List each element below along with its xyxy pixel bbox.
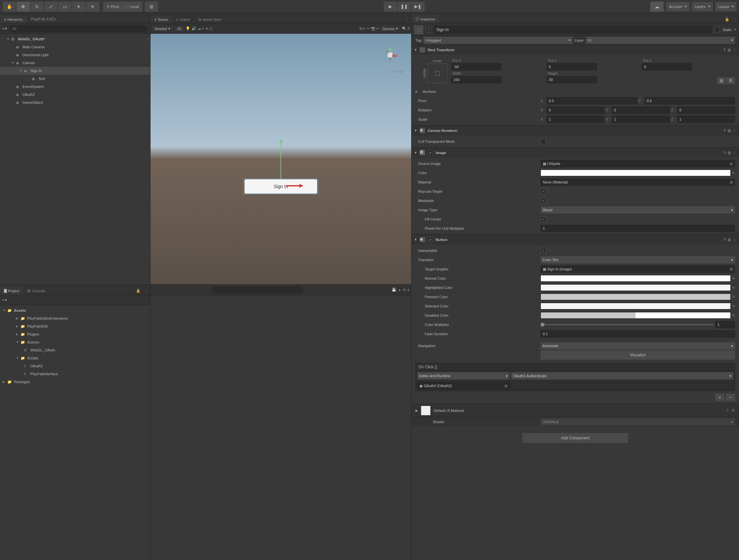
tree-scenes[interactable]: ▼📁Scenes	[0, 338, 150, 346]
pivot-x[interactable]	[547, 97, 637, 105]
blueprint-mode[interactable]: ⊞	[717, 77, 726, 84]
object-picker-icon[interactable]: ⊙	[730, 162, 733, 166]
preset-icon[interactable]: ⊟	[728, 238, 731, 242]
add-event-button[interactable]: +	[715, 394, 724, 401]
pause-button[interactable]: ❚❚	[398, 2, 411, 12]
onclick-target-field[interactable]: ◉ OAuth2 (OAuth2)⊙	[417, 382, 510, 389]
lighting-icon[interactable]: 💡	[185, 26, 190, 31]
save-icon[interactable]: 💾	[392, 288, 396, 292]
rot-x[interactable]	[547, 107, 604, 114]
lock-icon[interactable]: 🔓	[134, 287, 143, 295]
local-toggle[interactable]: ⬚ Local	[122, 2, 142, 12]
menu-icon[interactable]: ⋮	[733, 129, 736, 133]
runtime-dropdown[interactable]: Editor And Runtime▾	[417, 372, 510, 379]
button-enabled-checkbox[interactable]: ✓	[428, 237, 433, 242]
image-type-dropdown[interactable]: Sliced▾	[541, 206, 735, 214]
persp-label[interactable]: ≡ Persp	[391, 69, 403, 73]
move-gizmo-x[interactable]	[286, 185, 303, 186]
tab-game[interactable]: ∞Game	[172, 16, 194, 23]
gizmos-dropdown[interactable]: Gizmos ▾	[380, 26, 401, 31]
height-field[interactable]	[547, 76, 597, 83]
snap-toggle[interactable]: ⊞	[145, 2, 158, 12]
shading-dropdown[interactable]: Shaded ▾	[152, 26, 173, 31]
tree-item-canvas[interactable]: ▼◉Canvas	[0, 59, 150, 67]
rot-y[interactable]	[612, 107, 670, 114]
tab-playfab-edex[interactable]: PlayFab EdEx	[27, 15, 60, 23]
tree-pfext[interactable]: ▶📁PlayFabEditorExtensions	[0, 314, 150, 322]
create-dropdown[interactable]: + ▾	[2, 298, 7, 302]
layout-dropdown[interactable]: Layout▾	[716, 2, 736, 11]
hierarchy-search[interactable]	[9, 25, 148, 32]
picker-icon[interactable]: ✎	[732, 295, 735, 299]
visualize-button[interactable]: Visualize	[541, 350, 735, 360]
interactable-checkbox[interactable]: ✓	[541, 248, 546, 253]
scene-viewport[interactable]: Sign In x ≡ Persp	[151, 34, 411, 284]
tree-item-text[interactable]: ◉Text	[0, 75, 150, 82]
pivot-toggle[interactable]: ⊙ Pivot	[103, 2, 122, 12]
tree-pfsdk[interactable]: ▶📁PlayFabSDK	[0, 322, 150, 330]
help-icon[interactable]: ?	[723, 48, 726, 52]
layers-dropdown[interactable]: Layers▾	[692, 2, 713, 11]
preset-icon[interactable]: ⊟	[728, 151, 731, 155]
picker-icon[interactable]: ✎	[732, 304, 735, 309]
object-picker-icon[interactable]: ⊙	[730, 267, 733, 271]
panel-menu-icon[interactable]: ⋮	[404, 15, 411, 23]
gear-icon[interactable]: ⚙	[732, 408, 735, 412]
tag-dropdown[interactable]: Untagged▾	[423, 37, 573, 44]
help-icon[interactable]: ?	[726, 409, 728, 412]
color-mult-field[interactable]	[715, 321, 735, 328]
tree-assets[interactable]: ▼📁Assets	[0, 307, 150, 314]
foldout-arrow[interactable]: ▼	[414, 238, 417, 241]
tree-scripts[interactable]: ▼📁Scripts	[0, 354, 150, 362]
foldout-arrow[interactable]: ▼	[414, 48, 417, 51]
foldout-arrow[interactable]: ▼	[414, 129, 417, 132]
tree-item-eventsystem[interactable]: ◉EventSystem	[0, 82, 150, 90]
grid-icon[interactable]: ⊞ ▾	[359, 26, 365, 31]
target-graphic-field[interactable]: ▦ Sign In (Image)⊙	[541, 265, 735, 273]
search-icon[interactable]: 🔍 A	[402, 26, 410, 31]
source-image-field[interactable]: ▦ UISprite⊙	[541, 160, 735, 167]
picker-icon[interactable]: ✎	[732, 171, 735, 175]
tree-item-gameobject[interactable]: ◉GameObject	[0, 99, 150, 107]
step-button[interactable]: ▶❚	[412, 2, 425, 12]
scale-z[interactable]	[677, 116, 735, 123]
tree-plugins[interactable]: ▶📁Plugins	[0, 330, 150, 338]
tree-item-oauth2[interactable]: ◉OAuth2	[0, 90, 150, 99]
hand-tool[interactable]: ✋	[3, 2, 16, 12]
custom-tool[interactable]: ✕	[86, 2, 99, 12]
tree-oauth2-script[interactable]: #OAuth2	[0, 362, 150, 370]
tree-pfinterface-script[interactable]: #PlayFabInterface	[0, 370, 150, 378]
rotate-tool[interactable]: ↻	[30, 2, 44, 12]
disabled-color[interactable]	[541, 312, 731, 319]
menu-icon[interactable]: ⋮	[733, 238, 736, 242]
panel-menu-icon[interactable]: ⋮	[731, 15, 739, 23]
move-gizmo-y[interactable]	[281, 140, 281, 179]
rot-z[interactable]	[677, 107, 735, 114]
active-checkbox[interactable]: ✓	[426, 27, 431, 32]
object-picker-icon[interactable]: ⊙	[504, 384, 507, 388]
menu-icon[interactable]: ⋮	[733, 48, 736, 52]
selected-color[interactable]	[541, 303, 731, 310]
tools-icon[interactable]: ✕	[366, 26, 370, 31]
method-dropdown[interactable]: OAuth2.Authenticate▾	[511, 372, 733, 379]
tab-inspector[interactable]: ⓘInspector	[412, 15, 439, 23]
tree-packages[interactable]: ▶📁Packages	[0, 378, 150, 386]
tree-item-camera[interactable]: ◉Main Camera	[0, 43, 150, 51]
picker-icon[interactable]: ✎	[732, 286, 735, 290]
posy-field[interactable]	[547, 63, 597, 70]
posz-field[interactable]	[642, 63, 692, 70]
fx-icon[interactable]: ☁ ▾	[197, 26, 204, 31]
lock-icon[interactable]: 🔓	[723, 15, 731, 23]
cull-checkbox[interactable]	[541, 139, 546, 144]
picker-icon[interactable]: ✎	[732, 276, 735, 281]
create-dropdown[interactable]: + ▾	[2, 26, 7, 31]
play-button[interactable]: ▶	[384, 2, 397, 12]
add-component-button[interactable]: Add Component	[522, 433, 628, 443]
highlighted-color[interactable]	[541, 284, 731, 291]
preset-icon[interactable]: ⊟	[728, 48, 731, 52]
posx-field[interactable]	[451, 63, 501, 70]
maskable-checkbox[interactable]: ✓	[541, 198, 546, 203]
2d-toggle[interactable]: 2D	[174, 26, 184, 31]
image-enabled-checkbox[interactable]: ✓	[428, 150, 433, 155]
scale-y[interactable]	[612, 116, 670, 123]
